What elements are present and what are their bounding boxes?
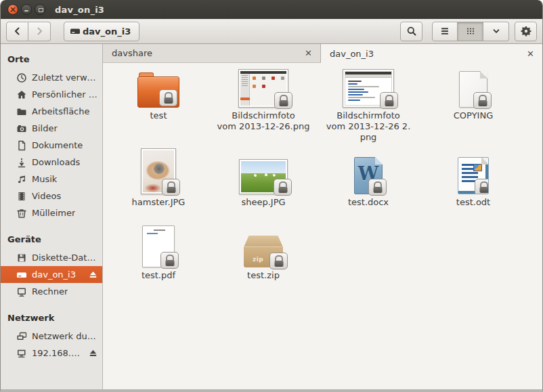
forward-button[interactable] bbox=[28, 22, 51, 41]
pdf-document-icon bbox=[142, 225, 175, 267]
sidebar-item-label: Persönlicher … bbox=[32, 89, 97, 100]
file-name: test.zip bbox=[247, 270, 280, 281]
sidebar-item-network-browse[interactable]: Netzwerk du… bbox=[1, 328, 102, 345]
file-item-test-odt[interactable]: test.odt bbox=[422, 148, 524, 208]
sidebar-item-recent[interactable]: Zuletzt verw… bbox=[1, 69, 102, 86]
close-tab-icon[interactable]: ✕ bbox=[303, 48, 313, 58]
lock-emblem-icon bbox=[473, 92, 492, 109]
tab-davshare[interactable]: davshare ✕ bbox=[103, 44, 321, 63]
forward-icon bbox=[34, 26, 45, 37]
eject-button[interactable] bbox=[88, 348, 98, 358]
section-heading: Geräte bbox=[1, 231, 102, 249]
sidebar-item-desktop[interactable]: Arbeitsfläche bbox=[1, 103, 102, 120]
sidebar-item-label: Netzwerk du… bbox=[32, 331, 96, 341]
chevron-down-icon bbox=[491, 26, 502, 37]
document-icon bbox=[16, 140, 27, 151]
sidebar-item-label: Mülleimer bbox=[32, 208, 75, 218]
sidebar-item-label: Videos bbox=[32, 191, 61, 201]
server-icon bbox=[16, 348, 27, 359]
sidebar-item-music[interactable]: Musik bbox=[1, 171, 102, 188]
tab-dav-on-i3[interactable]: dav_on_i3 ✕ bbox=[321, 44, 542, 63]
sidebar-item-downloads[interactable]: Downloads bbox=[1, 154, 102, 171]
file-name: sheep.JPG bbox=[241, 197, 285, 208]
download-icon bbox=[16, 157, 27, 168]
lock-emblem-icon bbox=[269, 253, 288, 269]
music-icon bbox=[16, 174, 27, 185]
titlebar[interactable]: dav_on_i3 bbox=[1, 0, 542, 19]
sidebar-item-label: dav_on_i3 bbox=[32, 269, 76, 280]
main-panel: davshare ✕ dav_on_i3 ✕ test bbox=[103, 44, 542, 389]
view-options-button[interactable] bbox=[483, 22, 509, 41]
sidebar-item-home[interactable]: Persönlicher … bbox=[1, 86, 102, 103]
file-name: test.pdf bbox=[142, 270, 175, 281]
sidebar-item-label: Musik bbox=[32, 174, 57, 184]
file-item-test-zip[interactable]: zip test.zip bbox=[213, 216, 314, 281]
file-item-test-folder[interactable]: test bbox=[108, 66, 209, 121]
file-item-sheep-jpg[interactable]: sheep.JPG bbox=[213, 148, 314, 208]
close-tab-icon[interactable]: ✕ bbox=[525, 49, 536, 59]
trash-icon bbox=[16, 208, 27, 219]
eject-button[interactable] bbox=[88, 269, 98, 280]
search-button[interactable] bbox=[400, 22, 422, 41]
sidebar-section-places: Orte Zuletzt verw… Persönlicher … Arbeit… bbox=[1, 51, 102, 221]
sidebar-item-floppy[interactable]: Diskette-Dat… bbox=[1, 249, 102, 266]
word-document-icon: W bbox=[354, 157, 383, 194]
file-item-bildschirmfoto-2[interactable]: Bildschirmfotovom 2013-12-26 2.png bbox=[318, 66, 419, 143]
sidebar-item-label: Arbeitsfläche bbox=[32, 106, 90, 116]
tab-label: davshare bbox=[112, 48, 152, 58]
eject-icon bbox=[88, 269, 98, 280]
grid-view-icon bbox=[465, 26, 476, 37]
grid-view-button[interactable] bbox=[458, 22, 483, 41]
folder-icon bbox=[16, 106, 27, 117]
text-file-icon bbox=[459, 71, 487, 108]
file-item-bildschirmfoto-1[interactable]: Bildschirmfotovom 2013-12-26.png bbox=[213, 66, 314, 132]
path-button[interactable]: dav_on_i3 bbox=[64, 22, 139, 41]
sidebar-item-label: Bilder bbox=[32, 123, 58, 133]
film-icon bbox=[16, 191, 27, 202]
floppy-icon bbox=[16, 253, 27, 263]
sidebar-item-label: 192.168.… bbox=[32, 348, 80, 358]
close-window-icon[interactable] bbox=[7, 4, 18, 15]
search-icon bbox=[406, 26, 417, 37]
archive-icon: zip bbox=[244, 236, 283, 267]
lock-emblem-icon bbox=[159, 89, 177, 106]
sidebar-item-trash[interactable]: Mülleimer bbox=[1, 204, 102, 221]
sidebar-item-label: Zuletzt verw… bbox=[32, 72, 96, 83]
file-name: Bildschirmfotovom 2013-12-26 2.png bbox=[326, 110, 411, 143]
sidebar-item-pictures[interactable]: Bilder bbox=[1, 120, 102, 137]
section-heading: Netzwerk bbox=[1, 309, 102, 328]
file-name: hamster.JPG bbox=[132, 197, 186, 208]
file-item-test-docx[interactable]: W test.docx bbox=[318, 148, 419, 208]
sidebar-item-videos[interactable]: Videos bbox=[1, 188, 102, 204]
file-name: test.odt bbox=[456, 197, 490, 208]
lock-emblem-icon bbox=[380, 92, 398, 109]
file-item-copying[interactable]: COPYING bbox=[422, 66, 524, 121]
file-item-hamster-jpg[interactable]: hamster.JPG bbox=[108, 148, 209, 208]
sidebar-item-label: Diskette-Dat… bbox=[32, 253, 95, 263]
back-button[interactable] bbox=[6, 22, 28, 41]
sidebar-item-dav-on-i3[interactable]: dav_on_i3 bbox=[1, 266, 102, 283]
gear-icon bbox=[521, 26, 531, 37]
clock-icon bbox=[16, 72, 27, 83]
file-item-test-pdf[interactable]: test.pdf bbox=[108, 216, 209, 281]
tab-label: dav_on_i3 bbox=[330, 49, 374, 59]
file-name: Bildschirmfotovom 2013-12-26.png bbox=[217, 110, 310, 132]
list-view-icon bbox=[439, 26, 450, 37]
toolbar: dav_on_i3 bbox=[1, 19, 542, 44]
sidebar-item-network-server[interactable]: 192.168.… bbox=[1, 345, 102, 362]
lock-emblem-icon bbox=[162, 179, 180, 196]
settings-button[interactable] bbox=[515, 22, 537, 41]
maximize-window-icon[interactable] bbox=[35, 4, 45, 15]
sidebar-item-documents[interactable]: Dokumente bbox=[1, 137, 102, 154]
sidebar-item-label: Dokumente bbox=[32, 140, 83, 150]
odt-document-icon bbox=[458, 157, 489, 194]
list-view-button[interactable] bbox=[432, 22, 458, 41]
places-sidebar: Orte Zuletzt verw… Persönlicher … Arbeit… bbox=[1, 44, 103, 389]
folder-icon bbox=[137, 72, 179, 108]
window-title: dav_on_i3 bbox=[55, 5, 104, 15]
sidebar-item-computer[interactable]: Rechner bbox=[1, 283, 102, 300]
file-name: test bbox=[150, 110, 167, 121]
file-grid[interactable]: test Bildschirmf bbox=[103, 63, 542, 389]
tab-bar: davshare ✕ dav_on_i3 ✕ bbox=[103, 44, 542, 63]
minimize-window-icon[interactable] bbox=[21, 4, 32, 15]
